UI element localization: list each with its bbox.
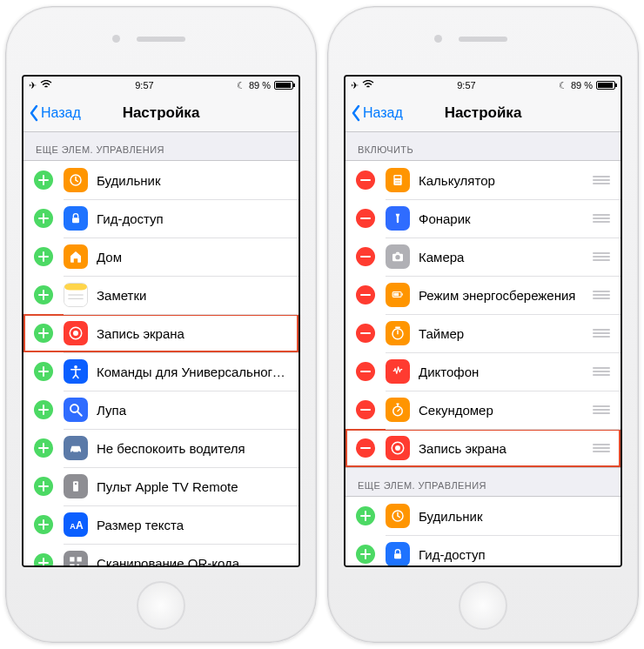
list-item[interactable]: Дом bbox=[23, 238, 299, 276]
home-icon bbox=[64, 244, 88, 269]
battery-icon bbox=[274, 81, 293, 90]
item-label: Камера bbox=[419, 250, 586, 264]
item-label: Лупа bbox=[97, 403, 288, 418]
add-button[interactable] bbox=[34, 285, 53, 304]
section-header-include: ВКЛЮЧИТЬ bbox=[345, 132, 621, 160]
item-label: Гид-доступ bbox=[97, 211, 288, 226]
remove-button[interactable] bbox=[356, 171, 375, 190]
add-button[interactable] bbox=[34, 247, 53, 266]
phone-right: ✈︎ 9:57 ☾ 89 % Назад Настройка ВКЛЮЧИТЬ … bbox=[327, 6, 639, 643]
list-item[interactable]: Сканирование QR-кода bbox=[23, 544, 299, 565]
list-item[interactable]: Гид-доступ bbox=[23, 199, 299, 238]
content-left: ЕЩЕ ЭЛЕМ. УПРАВЛЕНИЯ БудильникГид-доступ… bbox=[23, 132, 299, 565]
page-title: Настройка bbox=[123, 104, 200, 122]
item-label: Запись экрана bbox=[97, 326, 288, 341]
screen: ✈︎ 9:57 ☾ 89 % Назад Настройка ЕЩЕ ЭЛЕМ.… bbox=[22, 75, 300, 567]
svg-point-31 bbox=[399, 183, 399, 184]
add-button[interactable] bbox=[34, 438, 53, 458]
item-label: Секундомер bbox=[419, 403, 586, 418]
reorder-handle[interactable] bbox=[593, 176, 610, 184]
moon-icon: ☾ bbox=[559, 80, 567, 91]
add-button[interactable] bbox=[356, 545, 375, 564]
list-item[interactable]: Будильник bbox=[345, 497, 621, 535]
list-item[interactable]: Гид-доступ bbox=[345, 535, 621, 565]
svg-point-30 bbox=[397, 183, 398, 184]
add-button[interactable] bbox=[34, 324, 53, 343]
add-button[interactable] bbox=[34, 362, 53, 381]
home-button[interactable] bbox=[459, 581, 507, 630]
svg-rect-36 bbox=[393, 293, 399, 297]
list-item[interactable]: Пульт Apple TV Remote bbox=[23, 467, 299, 505]
remove-button[interactable] bbox=[356, 324, 375, 343]
reorder-handle[interactable] bbox=[593, 252, 610, 261]
content-right: ВКЛЮЧИТЬ КалькуляторФонарикКамераРежим э… bbox=[345, 132, 621, 565]
search-icon bbox=[64, 398, 88, 422]
add-button[interactable] bbox=[34, 477, 53, 496]
svg-text:A: A bbox=[70, 522, 76, 531]
qr-icon bbox=[64, 551, 88, 565]
add-button[interactable] bbox=[356, 506, 375, 525]
record-icon bbox=[64, 321, 88, 345]
reorder-handle[interactable] bbox=[593, 329, 610, 338]
list-item[interactable]: Режим энергосбережения bbox=[345, 276, 621, 314]
wave-icon bbox=[386, 359, 410, 384]
back-label: Назад bbox=[41, 105, 81, 121]
list-item[interactable]: Секундомер bbox=[345, 391, 621, 429]
list-item[interactable]: Не беспокоить водителя bbox=[23, 429, 299, 467]
controls-list-more: БудильникГид-доступДомЗаметкиЗапись экра… bbox=[23, 160, 299, 565]
list-item[interactable]: Камера bbox=[345, 238, 621, 276]
reorder-handle[interactable] bbox=[593, 214, 610, 223]
section-header-more: ЕЩЕ ЭЛЕМ. УПРАВЛЕНИЯ bbox=[345, 468, 621, 496]
svg-point-28 bbox=[399, 180, 399, 181]
remote-icon bbox=[64, 474, 88, 498]
reorder-handle[interactable] bbox=[593, 367, 610, 376]
add-button[interactable] bbox=[34, 209, 53, 228]
item-label: Дом bbox=[97, 250, 288, 264]
item-label: Пульт Apple TV Remote bbox=[97, 479, 288, 494]
list-item[interactable]: Лупа bbox=[23, 391, 299, 429]
add-button[interactable] bbox=[34, 553, 53, 565]
lock-icon bbox=[386, 542, 410, 565]
battery-icon bbox=[596, 81, 615, 90]
list-item[interactable]: Таймер bbox=[345, 314, 621, 352]
remove-button[interactable] bbox=[356, 247, 375, 266]
timer-icon bbox=[386, 321, 410, 345]
home-button[interactable] bbox=[137, 581, 185, 630]
list-item[interactable]: Фонарик bbox=[345, 199, 621, 238]
lock-icon bbox=[64, 206, 88, 231]
remove-button[interactable] bbox=[356, 400, 375, 419]
svg-point-7 bbox=[73, 331, 78, 336]
list-item[interactable]: Запись экрана bbox=[23, 314, 299, 352]
list-item[interactable]: Команды для Универсального дост… bbox=[23, 352, 299, 391]
remove-button[interactable] bbox=[356, 362, 375, 381]
reorder-handle[interactable] bbox=[593, 444, 610, 452]
back-button[interactable]: Назад bbox=[29, 94, 81, 131]
list-item[interactable]: Калькулятор bbox=[345, 161, 621, 199]
add-button[interactable] bbox=[34, 400, 53, 419]
svg-rect-35 bbox=[402, 293, 403, 295]
back-button[interactable]: Назад bbox=[351, 94, 403, 131]
nav-bar: Назад Настройка bbox=[23, 94, 299, 132]
clock-icon bbox=[386, 504, 410, 528]
item-label: Размер текста bbox=[97, 518, 288, 532]
svg-point-27 bbox=[397, 180, 398, 181]
list-item[interactable]: Диктофон bbox=[345, 352, 621, 391]
list-item[interactable]: Запись экрана bbox=[345, 429, 621, 467]
remove-button[interactable] bbox=[356, 285, 375, 304]
notes-icon bbox=[64, 283, 88, 307]
list-item[interactable]: Заметки bbox=[23, 276, 299, 314]
add-button[interactable] bbox=[34, 171, 53, 190]
reorder-handle[interactable] bbox=[593, 291, 610, 299]
page-title: Настройка bbox=[445, 104, 522, 122]
list-item[interactable]: AAРазмер текста bbox=[23, 505, 299, 544]
add-button[interactable] bbox=[34, 515, 53, 534]
record-icon bbox=[386, 436, 410, 460]
remove-button[interactable] bbox=[356, 438, 375, 458]
remove-button[interactable] bbox=[356, 209, 375, 228]
svg-rect-20 bbox=[77, 565, 79, 566]
item-label: Режим энергосбережения bbox=[419, 288, 586, 303]
list-item[interactable]: Будильник bbox=[23, 161, 299, 199]
camera-icon bbox=[386, 244, 410, 269]
reorder-handle[interactable] bbox=[593, 405, 610, 414]
controls-list-more: БудильникГид-доступДомЗаметкиКоманды для… bbox=[345, 496, 621, 565]
